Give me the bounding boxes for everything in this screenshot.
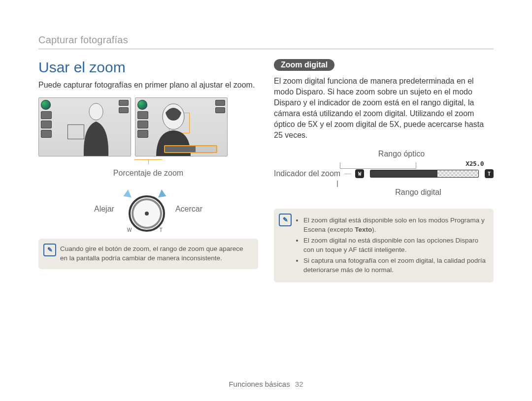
screenshot-thumb-zoomed: MENU [135, 97, 228, 156]
zoom-bar [370, 170, 479, 178]
optical-range-label: Rango óptico [292, 150, 511, 158]
zoom-in-label: Acercar [175, 205, 202, 214]
zoom-max-value: X25.0 [466, 160, 484, 167]
leader-line [134, 159, 162, 165]
note-text: Cuando gire el botón de zoom, el rango d… [60, 245, 243, 262]
zoom-cap-t: T [485, 169, 494, 178]
zoom-indicator-label: Indicador del zoom [274, 169, 340, 178]
note-bullet-1-suffix: ). [372, 226, 376, 233]
zoom-dial-graphic: W T [124, 188, 166, 230]
battery-icon [119, 100, 129, 106]
storage-icon [215, 107, 225, 113]
optical-bracket [340, 162, 416, 169]
flash-icon [41, 111, 52, 119]
arrow-left-icon [122, 189, 132, 200]
footer-section: Funciones básicas [229, 380, 290, 388]
zoom-bar-filled [370, 170, 437, 177]
screenshot-thumb-wide: MENU [38, 97, 131, 156]
zoom-indicator-diagram: Rango óptico Indicador del zoom W X25.0 … [274, 150, 494, 197]
note-bullet-1: El zoom digital está disponible solo en … [303, 216, 487, 235]
divider [38, 49, 494, 49]
page-footer: Funciones básicas 32 [0, 380, 532, 388]
digital-bracket [337, 181, 338, 187]
dial-icon [129, 195, 165, 232]
macro-icon [41, 130, 52, 138]
menu-button-icon: MENU [41, 156, 60, 156]
zoom-dial-row: Alejar W T Acercar [38, 188, 258, 230]
dial-t-label: T [160, 227, 163, 233]
note-bullet-1-prefix: El zoom digital está disponible solo en … [303, 216, 485, 233]
note-bullet-2: El zoom digital no está disponible con l… [303, 236, 487, 255]
note-box-left: ✎ Cuando gire el botón de zoom, el rango… [38, 239, 258, 269]
arrow-right-icon [158, 189, 168, 200]
note-icon: ✎ [43, 244, 56, 256]
intro-paragraph: Puede capturar fotografías en primer pla… [38, 80, 258, 91]
digital-zoom-paragraph: El zoom digital funciona de manera prede… [274, 76, 494, 141]
dial-w-label: W [127, 227, 132, 233]
thumbnail-row: MENU [38, 97, 258, 156]
left-column: Usar el zoom Puede capturar fotografías … [38, 59, 258, 282]
zoom-cap-w: W [355, 169, 364, 178]
note-bullets: El zoom digital está disponible solo en … [296, 216, 487, 275]
breadcrumb: Capturar fotografías [38, 34, 494, 46]
section-pill: Zoom digital [274, 59, 334, 71]
leader-line [344, 174, 351, 174]
svg-point-0 [89, 103, 103, 120]
battery-icon [215, 100, 225, 106]
subject-silhouette [72, 102, 115, 156]
note-bullet-1-bold: Texto [355, 226, 372, 233]
timer-icon [41, 121, 52, 128]
note-bullet-3: Si captura una fotografía con el zoom di… [303, 256, 487, 275]
page-title: Usar el zoom [38, 59, 258, 76]
note-box-right: ✎ El zoom digital está disponible solo e… [274, 209, 494, 282]
zoom-out-label: Alejar [94, 205, 114, 214]
right-column: Zoom digital El zoom digital funciona de… [274, 59, 494, 282]
dial-wt-labels: W T [124, 227, 166, 233]
zoom-level-bar-highlight [164, 145, 217, 153]
storage-icon [119, 107, 129, 113]
digital-range-label: Rango digital [308, 188, 528, 197]
zoom-percentage-label: Porcentaje de zoom [38, 169, 258, 178]
footer-page-number: 32 [295, 380, 303, 388]
menu-button-icon: MENU [137, 156, 156, 156]
note-icon: ✎ [279, 214, 292, 226]
mode-icon [41, 100, 51, 110]
